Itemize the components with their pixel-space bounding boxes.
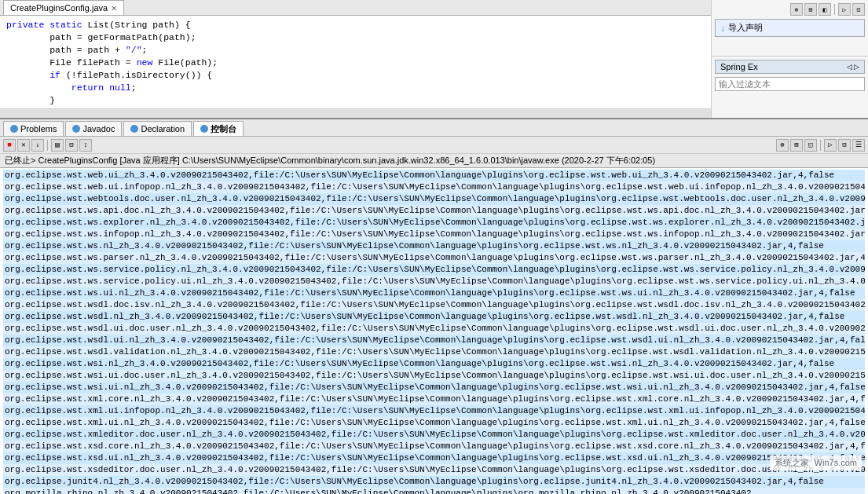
console-line: org.eclipse.wst.wsi.nl_zh_3.4.0.v2009021… (3, 358, 865, 370)
tb-icon-4[interactable]: ▷ (838, 3, 851, 16)
tab-problems[interactable]: Problems (3, 121, 64, 136)
console-tab-icon (200, 125, 208, 133)
console-line: org.eclipse.wst.wsdl.ui.doc.user.nl_zh_3… (3, 323, 865, 335)
console-line: org.eclipse.wst.xml.core.nl_zh_3.4.0.v20… (3, 393, 865, 405)
console-line: org.eclipse.wst.ws.service.policy.nl_zh_… (3, 264, 865, 276)
bottom-toolbar: ■ ✕ ⇓ ▤ ⊟ ↕ ⊕ ⊞ ◱ ▷ ⊟ ☰ (0, 137, 868, 154)
code-line-3: path = path + "/"; (6, 44, 705, 57)
tb-icon-5[interactable]: ⊡ (852, 3, 865, 16)
console-line: org.eclipse.wst.xsd.ui.nl_zh_3.4.0.v2009… (3, 452, 865, 464)
tb-sep (834, 4, 835, 15)
tb-icon-h[interactable]: ⊟ (838, 139, 851, 152)
code-line-6: return null; (6, 82, 705, 94)
console-line: org.eclipse.wst.webtools.doc.user.nl_zh_… (3, 193, 865, 205)
tb-icon-g[interactable]: ▷ (824, 139, 837, 152)
console-line: org.eclipse.wst.xml.ui.infopop.nl_zh_3.4… (3, 405, 865, 417)
editor-tab-bar: CreatePluginsConfig.java ✕ (0, 0, 711, 16)
problems-tab-label: Problems (20, 124, 57, 134)
bottom-panel: Problems Javadoc Declaration 控制台 ■ ✕ ⇓ ▤… (0, 119, 868, 494)
watermark: 系统之家 Win7s.com (770, 456, 862, 470)
tb-icon-c[interactable]: ↕ (79, 139, 92, 152)
tb-sep2 (47, 140, 48, 151)
tb-icon-i[interactable]: ☰ (852, 139, 865, 152)
editor-area: CreatePluginsConfig.java ✕ private stati… (0, 0, 868, 119)
filter-input[interactable] (715, 77, 865, 91)
javadoc-tab-icon (72, 125, 80, 133)
clear-btn[interactable]: ✕ (17, 139, 30, 152)
status-text: 已终止> CreatePluginsConfig [Java 应用程序] C:\… (5, 155, 655, 166)
tb-icon-d[interactable]: ⊕ (776, 139, 789, 152)
scroll-lock-btn[interactable]: ⇓ (31, 139, 44, 152)
console-line: org.eclipse.wst.wsdl.validation.nl_zh_3.… (3, 346, 865, 358)
declaration-tab-label: Declaration (141, 124, 185, 134)
editor-tab[interactable]: CreatePluginsConfig.java ✕ (3, 0, 124, 15)
stop-btn[interactable]: ■ (3, 139, 16, 152)
code-line-4: File filePath = new File(path); (6, 57, 705, 69)
code-content[interactable]: private static List(String path) { path … (0, 16, 711, 108)
console-line: org.eclipse.wst.xsd.core.nl_zh_3.4.0.v20… (3, 441, 865, 452)
right-panel: ⊕ ⊞ ◧ ▷ ⊡ ↓ 导入声明 Spring Ex ◁ ▷ (711, 0, 868, 118)
import-btn-label: 导入声明 (728, 22, 763, 34)
tb-icon-3[interactable]: ◧ (819, 3, 831, 16)
console-line: org.eclipse.wst.ws.ui.nl_zh_3.4.0.v20090… (3, 287, 865, 299)
right-panel-bottom: Spring Ex ◁ ▷ (712, 57, 868, 118)
console-line: org.eclipse.wst.wsdl.ui.nl_zh_3.4.0.v200… (3, 335, 865, 346)
console-line: org.eclipse.wst.ws.service.policy.ui.nl_… (3, 276, 865, 287)
status-bar: 已终止> CreatePluginsConfig [Java 应用程序] C:\… (0, 154, 868, 168)
console-tab-label: 控制台 (211, 123, 236, 135)
console-line: org.eclipse.wst.wsdl.nl_zh_3.4.0.v200902… (3, 311, 865, 323)
tb-icon-2[interactable]: ⊞ (804, 3, 817, 16)
code-line-1: private static List(String path) { (6, 19, 705, 31)
editor-tab-label: CreatePluginsConfig.java (10, 3, 108, 13)
console-line: org.eclipse.wst.wsi.ui.nl_zh_3.4.0.v2009… (3, 382, 865, 393)
console-line: org.eclipse.wst.web.ui.infopop.nl_zh_3.4… (3, 181, 865, 193)
tab-javadoc[interactable]: Javadoc (65, 121, 122, 136)
tb-icon-e[interactable]: ⊞ (790, 139, 803, 152)
spring-ex-bar[interactable]: Spring Ex ◁ ▷ (715, 60, 865, 74)
bottom-toolbar-right: ⊕ ⊞ ◱ ▷ ⊟ ☰ (776, 139, 865, 152)
right-panel-top: ⊕ ⊞ ◧ ▷ ⊡ ↓ 导入声明 (712, 0, 868, 57)
tb-sep3 (820, 140, 821, 151)
tb-icon-f[interactable]: ◱ (804, 139, 817, 152)
console-output[interactable]: org.eclipse.wst.web.ui_zh_3.4.0.v2009021… (0, 168, 868, 494)
console-line: org.eclipse.wst.ws.api.doc.nl_zh_3.4.0.v… (3, 205, 865, 217)
javadoc-tab-label: Javadoc (82, 124, 115, 134)
problems-tab-icon (10, 125, 18, 133)
console-line: org.eclipse.wst.xml.ui.nl_zh_3.4.0.v2009… (3, 417, 865, 429)
console-line: org.eclipse.wst.wsdl.doc.isv.nl_zh_3.4.0… (3, 299, 865, 311)
console-line: org.eclipse.wst.xsdeditor.doc.user.nl_zh… (3, 464, 865, 476)
spring-ex-icon2[interactable]: ▷ (854, 63, 859, 71)
console-line: org.eclipse.wst.ws.explorer.nl_zh_3.4.0.… (3, 217, 865, 229)
console-line: org.mozilla.rhino.nl_zh_3.4.0.v200902150… (3, 488, 865, 494)
tab-declaration[interactable]: Declaration (123, 121, 192, 136)
close-icon[interactable]: ✕ (111, 4, 117, 13)
console-line: org.eclipse.wst.ws.infopop.nl_zh_3.4.0.v… (3, 229, 865, 240)
console-line: org.eclipse.wst.ws.parser.nl_zh_3.4.0.v2… (3, 252, 865, 264)
right-panel-toolbar: ⊕ ⊞ ◧ ▷ ⊡ (715, 3, 865, 16)
horizontal-scrollbar[interactable] (0, 108, 711, 118)
console-line: org.eclipse.wst.xmleditor.doc.user.nl_zh… (3, 429, 865, 441)
code-line-7: } (6, 94, 705, 107)
import-icon: ↓ (720, 23, 725, 34)
import-declaration-btn[interactable]: ↓ 导入声明 (715, 19, 865, 37)
code-line-2: path = getFormatPath(path); (6, 31, 705, 44)
console-line: org.eclipse.wst.ws.nl_zh_3.4.0.v20090215… (3, 240, 865, 252)
spring-ex-label: Spring Ex (720, 62, 758, 71)
declaration-tab-icon (130, 125, 138, 133)
tb-icon-1[interactable]: ⊕ (790, 3, 803, 16)
spring-ex-icon1[interactable]: ◁ (847, 63, 852, 71)
code-panel[interactable]: CreatePluginsConfig.java ✕ private stati… (0, 0, 711, 118)
tb-icon-b[interactable]: ⊟ (65, 139, 78, 152)
tab-console[interactable]: 控制台 (193, 121, 244, 136)
bottom-tab-bar: Problems Javadoc Declaration 控制台 (0, 119, 868, 137)
tb-icon-a[interactable]: ▤ (51, 139, 64, 152)
console-line: org.eclipse.wst.wsi.ui.doc.user.nl_zh_3.… (3, 370, 865, 382)
console-line: org.eclipse.junit4.nl_zh_3.4.0.v20090215… (3, 476, 865, 488)
bottom-toolbar-left: ■ ✕ ⇓ ▤ ⊟ ↕ (3, 139, 775, 152)
console-line: org.eclipse.wst.web.ui_zh_3.4.0.v2009021… (3, 170, 865, 181)
code-line-5: if (!filePath.isDirectory()) { (6, 69, 705, 82)
